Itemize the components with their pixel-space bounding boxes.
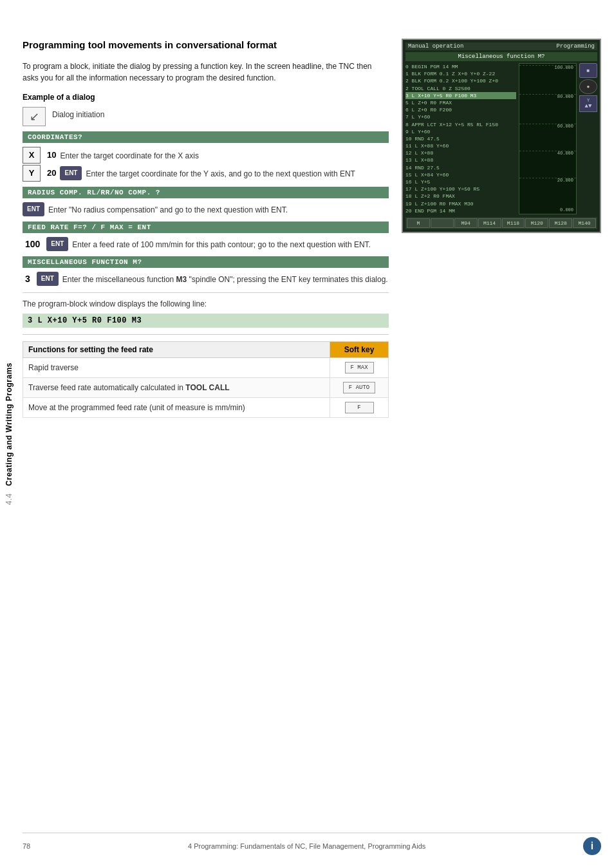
rapid-traverse-key: F MAX <box>330 357 389 377</box>
softkey-m118[interactable]: M118 <box>502 218 525 228</box>
y-description: Enter the target coordinate for the Y ax… <box>86 166 355 180</box>
table-row: Move at the programmed feed rate (unit o… <box>23 397 389 417</box>
functions-table: Functions for setting the feed rate Soft… <box>23 341 389 418</box>
left-column: Programming tool movements in conversati… <box>23 39 389 418</box>
misc-input-row: 3 ENT Enter the miscellaneous function M… <box>23 272 389 286</box>
graph-label-60: 60.000 <box>557 124 573 129</box>
graph-label-40: 40.000 <box>557 151 573 156</box>
sidebar-label: 4.4 Creating and Writing Programs <box>5 363 14 505</box>
graph-label-100: 100.000 <box>555 65 573 70</box>
code-line-10: 10 RND 47.5 <box>405 135 516 142</box>
divider-2 <box>23 334 389 335</box>
softkey-m94[interactable]: M94 <box>454 218 478 228</box>
chapter-number: 4.4 <box>5 493 14 505</box>
code-line-18: 18 L Z+2 R0 FMAX <box>405 193 516 200</box>
code-line-1: 1 BLK FORM 0.1 Z X+0 Y+0 Z-22 <box>405 70 516 77</box>
softkey-m114[interactable]: M114 <box>478 218 501 228</box>
misc-ent-button[interactable]: ENT <box>37 272 59 286</box>
softkey-m128[interactable]: M128 <box>549 218 572 228</box>
graph-label-80: 80.000 <box>557 94 573 99</box>
grid-line-1 <box>519 65 576 66</box>
x-description: Enter the target coordinate for the X ax… <box>60 148 198 162</box>
radius-ent-button[interactable]: ENT <box>23 202 44 216</box>
following-text: The program-block window displays the fo… <box>23 299 389 308</box>
misc-value: 3 <box>25 274 30 284</box>
feed-rate-bar: FEED RATE F=? / F MAX = ENT <box>23 222 389 233</box>
code-line-13: 13 L X+88 <box>405 156 516 164</box>
tnc-right-panel: ■ ● Y▲▼ <box>579 63 597 214</box>
main-content: Programming tool movements in conversati… <box>23 0 601 444</box>
code-line-2b: 2 TOOL CALL 0 Z S2500 <box>405 85 516 92</box>
rapid-traverse-desc: Rapid traverse <box>23 357 330 377</box>
traverse-auto-desc: Traverse feed rate automatically calcula… <box>23 377 330 397</box>
code-line-12: 12 L X+88 <box>405 149 516 156</box>
sidebar: 4.4 Creating and Writing Programs <box>0 0 18 868</box>
two-column-layout: Programming tool movements in conversati… <box>23 39 601 418</box>
radius-input-row: ENT Enter "No radius compensation" and g… <box>23 202 389 216</box>
f-max-button[interactable]: F MAX <box>345 362 374 373</box>
f-auto-button[interactable]: F AUTO <box>343 382 375 393</box>
x-key[interactable]: X <box>23 147 41 164</box>
radius-bar: RADIUS COMP. RL/RR/NO COMP. ? <box>23 187 389 198</box>
example-label: Example of a dialog <box>23 93 389 102</box>
dialog-initiation-item: ↙ Dialog initiation <box>23 107 389 126</box>
x-input-row: X 10 Enter the target coordinate for the… <box>23 147 389 164</box>
code-line-3: 3 L X+10 Y+5 R0 F100 M3 <box>405 92 516 99</box>
dialog-initiation-text: Dialog initiation <box>52 107 104 120</box>
misc-bar: MISCELLANEOUS FUNCTION M? <box>23 256 389 268</box>
info-icon[interactable]: i <box>583 837 601 855</box>
programmed-feed-key: F <box>330 397 389 417</box>
feed-value: 100 <box>25 239 40 249</box>
code-line-15: 15 L X+84 Y+60 <box>405 171 516 178</box>
y-value: 20 <box>47 168 56 178</box>
programmed-feed-desc: Move at the programmed feed rate (unit o… <box>23 397 330 417</box>
coordinates-bar: COORDINATES? <box>23 131 389 143</box>
code-line-14: 14 RND 27.5 <box>405 164 516 171</box>
tnc-right-header: Programming <box>557 43 595 50</box>
f-button[interactable]: F <box>345 402 374 413</box>
y-key[interactable]: Y <box>23 165 41 182</box>
table-row: Rapid traverse F MAX <box>23 357 389 377</box>
program-line: 3 L X+10 Y+5 R0 F100 M3 <box>23 314 389 328</box>
tnc-left-header: Manual operation <box>408 43 463 50</box>
graph-label-20: 20.000 <box>557 178 573 183</box>
cursor-icon: ↙ <box>23 107 46 126</box>
chapter-title: Creating and Writing Programs <box>5 363 14 486</box>
grid-line-2 <box>519 94 576 95</box>
softkey-empty <box>431 218 454 228</box>
tnc-btn-1[interactable]: ■ <box>579 63 597 78</box>
feed-rate-input-row: 100 ENT Enter a feed rate of 100 mm/min … <box>23 237 389 251</box>
code-line-5: 5 L Z+0 R0 FMAX <box>405 99 516 106</box>
tnc-screen: Manual operation Programming Miscellaneo… <box>402 39 601 233</box>
code-line-20: 20 END PGM 14 MM <box>405 207 516 214</box>
code-line-11: 11 L X+88 Y+60 <box>405 142 516 149</box>
tnc-title: Miscellaneous function M? <box>405 52 597 61</box>
tnc-graph: 100.000 80.000 60.000 40.000 20.000 0.00… <box>519 63 577 214</box>
softkey-m140[interactable]: M140 <box>573 218 596 228</box>
feed-ent-button[interactable]: ENT <box>46 237 68 251</box>
tnc-btn-2[interactable]: ● <box>579 79 597 94</box>
tnc-btn-3[interactable]: Y▲▼ <box>579 95 597 112</box>
tnc-code-panel: 0 BEGIN PGM 14 MM 1 BLK FORM 0.1 Z X+0 Y… <box>405 63 516 214</box>
footer-description: 4 Programming: Fundamentals of NC, File … <box>188 842 425 850</box>
code-line-17: 17 L Z+100 Y+100 Y=50 R5 <box>405 185 516 193</box>
divider-1 <box>23 292 389 293</box>
page-title: Programming tool movements in conversati… <box>23 39 389 52</box>
right-column: Manual operation Programming Miscellaneo… <box>402 39 601 418</box>
graph-label-0: 0.000 <box>560 207 573 212</box>
radius-description: Enter "No radius compensation" and go to… <box>48 202 288 216</box>
y-ent-button[interactable]: ENT <box>60 166 82 180</box>
softkey-m120[interactable]: M120 <box>525 218 548 228</box>
tnc-softkeys: M M94 M114 M118 M120 M128 M140 <box>405 217 597 229</box>
code-line-6: 6 L Z+0 R0 F200 <box>405 106 516 113</box>
code-line-8: 8 APPR LCT X+12 Y+5 R5 RL F150 <box>405 121 516 128</box>
code-line-7: 7 L Y+60 <box>405 113 516 120</box>
tnc-body: 0 BEGIN PGM 14 MM 1 BLK FORM 0.1 Z X+0 Y… <box>405 63 597 214</box>
page-number: 78 <box>23 842 30 850</box>
code-line-19: 19 L Z+100 R0 FMAX M30 <box>405 200 516 207</box>
misc-description: Enter the miscellaneous function M3 "spi… <box>62 272 388 285</box>
table-row: Traverse feed rate automatically calcula… <box>23 377 389 397</box>
traverse-auto-key: F AUTO <box>330 377 389 397</box>
tnc-header: Manual operation Programming <box>405 42 597 50</box>
softkey-m[interactable]: M <box>407 218 430 228</box>
